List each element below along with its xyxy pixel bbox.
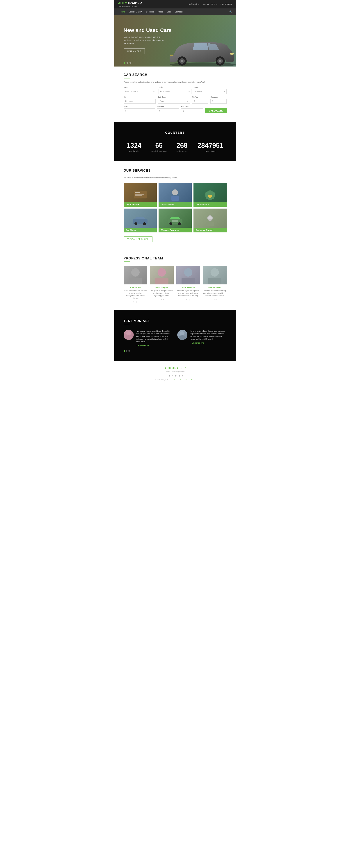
svg-point-31 [210,268,219,277]
footer-facebook-icon[interactable]: f [167,375,167,377]
services-title: OUR SERVICES [124,169,227,173]
svg-point-34 [125,335,132,340]
logo-tagline: Finding just the car you need [118,5,142,7]
counter-models-label: Models we sell [176,150,187,152]
service-car-insurance[interactable]: Car Insurance [194,183,227,207]
footer-privacy-link[interactable]: Privacy Policy [185,379,195,381]
team-photo-martha [203,266,227,284]
testimonials-underline [124,324,130,324]
footer-houzz-icon[interactable]: h [182,375,183,377]
svg-point-13 [172,189,178,195]
svg-point-6 [219,60,222,62]
footer-terms-link[interactable]: Terms of Use [174,379,182,381]
nav-pages[interactable]: Pages [155,8,165,15]
nav-blog[interactable]: Blog [165,8,173,15]
search-icon[interactable]: 🔍 [229,10,232,13]
view-all-services-button[interactable]: VIEW ALL SERVICES [124,237,152,242]
testimonials-section: TESTIMONIALS I had a great experience at… [114,310,236,361]
service-customer-support[interactable]: Customer Support [194,209,227,232]
service-buyers-guide-label: Buyers Guide [158,202,192,207]
team-photo-laura [150,266,174,284]
service-history-check[interactable]: History Check [124,183,157,207]
customer-support-image [205,214,215,227]
john-twitter-icon[interactable]: t [188,299,188,301]
max-year-group: Max Year: [210,96,226,104]
city-select[interactable]: City name [124,99,156,104]
max-year-label: Max Year: [210,96,226,98]
alan-google-icon[interactable]: g [136,301,137,303]
testimonial-dot-1[interactable] [124,350,125,352]
testimonial-content-2: I have never thought purchasing a car ca… [189,330,227,344]
laura-facebook-icon[interactable]: f [160,299,161,301]
min-year-input[interactable] [192,99,208,104]
max-year-input[interactable] [210,99,226,104]
team-name-alan: Alan Smith [124,286,147,288]
header-phone: 1-800-1234-567 [220,3,232,5]
hero-dot-3[interactable] [129,62,131,64]
testimonial-text-1: I had a great experience at this car dea… [136,330,173,343]
team-desc-laura: Her goal is to help you make a wise inve… [150,289,174,297]
service-warranty-programs-label: Warranty Programs [158,228,192,232]
nav-services[interactable]: Services [144,8,155,15]
hero-dot-2[interactable] [126,62,128,64]
body-type-select[interactable]: Enter [158,99,190,104]
model-label: Model [158,86,192,88]
john-facebook-icon[interactable]: f [186,299,187,301]
svg-rect-10 [135,192,140,193]
martha-facebook-icon[interactable]: f [213,299,213,301]
john-google-icon[interactable]: g [189,299,190,301]
footer-twitter-icon[interactable]: t [169,375,170,377]
city-label: City [124,96,156,98]
car-check-image [132,216,148,226]
laura-google-icon[interactable]: g [163,299,164,301]
hero-learn-more-button[interactable]: LEARN MORE [124,49,145,54]
service-buyers-guide[interactable]: Buyers Guide [158,183,192,207]
country-label: Country [194,86,227,88]
footer-googleplus-icon[interactable]: g+ [175,375,177,377]
service-warranty-programs[interactable]: Warranty Programs [158,209,192,232]
team-photo-alan [124,266,147,284]
footer-linkedin-icon[interactable]: in [172,375,173,377]
model-select[interactable]: Enter model [158,89,192,94]
min-price-input[interactable] [157,108,179,113]
country-select[interactable]: Country [194,89,227,94]
svg-point-27 [157,268,166,277]
testimonial-dot-3[interactable] [128,350,130,352]
hero-dot-1[interactable] [124,62,125,64]
testimonials-title: TESTIMONIALS [124,319,227,323]
counter-clients-label: Happy clients [198,150,223,152]
make-group: Make Enter car make... [124,86,156,94]
car-search-title: CAR SEARCH [124,73,227,77]
team-social-martha: f t g [203,299,227,301]
counter-models: 268 Models we sell [176,142,187,152]
color-select[interactable]: No [124,108,155,113]
counter-consultants-number: 65 [151,142,167,149]
alan-facebook-icon[interactable]: f [134,301,134,303]
team-member-laura: Laura Stegner Her goal is to help you ma… [150,266,174,303]
nav-home[interactable]: Home [118,8,127,15]
team-grid: Alan Smith Alan's rich experience includ… [124,266,227,303]
martha-google-icon[interactable]: g [215,299,216,301]
car-search-section: CAR SEARCH Please complete and submit th… [114,66,236,122]
testimonials-grid: I had a great experience at this car dea… [124,330,227,346]
footer-tagline: Finding just the car you need [124,371,227,372]
svg-rect-30 [181,278,195,284]
history-check-image [133,189,147,200]
max-price-group: Max Price: [181,106,203,113]
svg-rect-32 [208,278,222,284]
testimonial-author-1: — Evelyn Fisher [136,344,173,346]
martha-twitter-icon[interactable]: t [214,299,215,301]
max-price-input[interactable] [181,108,203,113]
color-label: Color [124,106,155,108]
alan-twitter-icon[interactable]: t [135,301,135,303]
testimonial-dot-2[interactable] [126,350,127,352]
calculate-button[interactable]: CALCULATE [205,108,226,113]
make-select[interactable]: Enter car make... [124,89,156,94]
services-grid: History Check Buyers Guide Car Insurance [124,183,227,232]
nav-contacts[interactable]: Contacts [173,8,184,15]
logo-text: AUTOTRAIDER [118,1,142,5]
service-car-check[interactable]: Car Check [124,209,157,232]
nav-vehicle-gallery[interactable]: Vehicle Gallery [127,8,144,15]
footer-google-icon[interactable]: g [179,375,180,377]
laura-twitter-icon[interactable]: t [161,299,162,301]
